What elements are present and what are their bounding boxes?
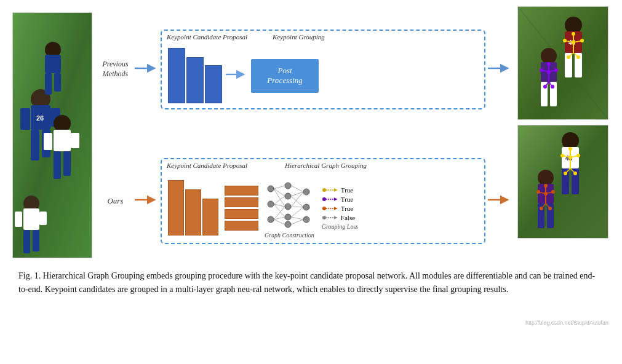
graph-network-svg (265, 176, 314, 232)
svg-rect-23 (15, 212, 22, 227)
right-images: 46 (517, 6, 610, 264)
svg-point-68 (565, 17, 582, 34)
svg-rect-17 (45, 73, 52, 95)
svg-point-32 (285, 183, 291, 189)
arrow-inner-top (226, 68, 247, 84)
arrow-top-2 (488, 61, 511, 77)
svg-point-116 (538, 170, 554, 186)
svg-rect-7 (20, 108, 30, 130)
top-box-label1: Keypoint Candidate Proposal (167, 33, 247, 41)
svg-point-84 (541, 48, 557, 64)
svg-point-31 (268, 216, 274, 223)
top-dashed-box: Keypoint Candidate Proposal Keypoint Gro… (161, 30, 485, 109)
svg-rect-13 (44, 133, 52, 150)
caption-text: Fig. 1. Hierarchical Graph Grouping embe… (18, 269, 604, 296)
svg-line-49 (291, 186, 303, 192)
svg-point-63 (322, 216, 326, 220)
legend-grey: False (322, 214, 358, 221)
svg-line-53 (291, 207, 303, 207)
svg-point-29 (268, 186, 274, 192)
watermark: http://blog.csdn.net/StupidAutofan (525, 320, 608, 326)
legend-purple: True (322, 196, 358, 203)
right-image-top: 46 (517, 6, 608, 120)
svg-rect-22 (33, 230, 39, 251)
svg-rect-18 (54, 73, 61, 92)
svg-point-61 (322, 207, 326, 210)
svg-point-37 (303, 189, 309, 195)
svg-rect-24 (39, 212, 47, 225)
svg-rect-20 (23, 208, 39, 230)
svg-point-39 (303, 216, 309, 223)
bottom-box-label2: Hierarchical Graph Grouping (285, 162, 367, 169)
feature-maps (225, 186, 258, 231)
svg-point-30 (268, 201, 274, 207)
svg-line-48 (274, 220, 285, 224)
svg-line-42 (274, 189, 285, 207)
svg-point-35 (285, 214, 291, 220)
svg-rect-16 (45, 55, 61, 73)
svg-point-36 (285, 221, 291, 228)
svg-point-33 (285, 193, 291, 199)
svg-line-40 (274, 186, 285, 189)
svg-rect-21 (23, 230, 30, 253)
post-processing-box: Post Processing (251, 59, 319, 93)
top-box-label2: Keypoint Grouping (273, 33, 325, 41)
svg-point-38 (303, 204, 309, 210)
svg-line-55 (291, 217, 303, 220)
svg-point-74 (572, 32, 575, 36)
grouping-loss-label: Grouping Loss (322, 223, 358, 230)
graph-construction-label: Graph Construction (265, 232, 314, 239)
graph-network-container: Graph Construction (265, 176, 314, 239)
bottom-box-label1: Keypoint Candidate Proposal (167, 162, 247, 169)
legend-orange: True (322, 205, 358, 212)
right-image-bottom: 46 (517, 125, 608, 239)
svg-point-57 (322, 188, 326, 192)
svg-point-106 (568, 147, 572, 151)
caption-area: Fig. 1. Hierarchical Graph Grouping embe… (12, 264, 610, 296)
svg-rect-11 (54, 151, 61, 179)
grouping-legend: True True True (322, 186, 358, 230)
arrow-top-1 (135, 61, 158, 77)
bottom-dashed-box: Keypoint Candidate Proposal Hierarchical… (161, 158, 485, 244)
arrow-bottom-1 (135, 193, 158, 209)
svg-point-9 (54, 115, 71, 132)
svg-point-59 (322, 197, 326, 201)
svg-point-89 (547, 62, 551, 66)
svg-point-100 (562, 132, 579, 149)
svg-line-51 (291, 196, 303, 207)
cnn-orange-blocks (168, 180, 218, 235)
middle-diagrams: Previous Methods Keypoin (92, 6, 517, 264)
svg-line-56 (291, 220, 303, 224)
svg-rect-5 (31, 130, 39, 160)
svg-point-34 (285, 204, 291, 210)
svg-text:26: 26 (36, 114, 44, 122)
svg-line-54 (291, 207, 303, 217)
legend-yellow: True (322, 186, 358, 194)
svg-line-41 (274, 189, 285, 196)
svg-point-121 (544, 184, 548, 188)
svg-rect-14 (71, 133, 79, 148)
ours-label: Ours (98, 196, 132, 206)
svg-rect-12 (63, 151, 71, 176)
cnn-blue-blocks (168, 48, 222, 103)
arrow-bottom-2 (488, 193, 511, 209)
diagram-area: 26 (12, 6, 610, 264)
left-image: 26 (12, 12, 92, 258)
previous-methods-label: Previous Methods (98, 60, 132, 79)
main-container: 26 (0, 0, 622, 364)
svg-rect-10 (54, 130, 71, 151)
